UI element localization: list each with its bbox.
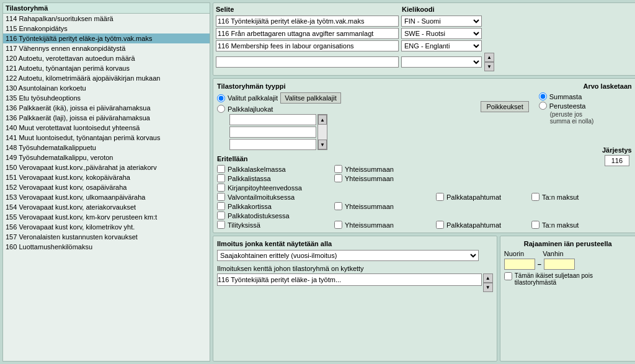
suljetaan-checkbox[interactable]	[504, 272, 512, 280]
vanhin-label: Vanhin	[543, 250, 563, 257]
radio-summasta[interactable]	[539, 92, 547, 100]
bottom-section: Ilmoitus jonka kentät näytetään alla Saa…	[213, 236, 635, 362]
raja-dash: –	[538, 260, 541, 268]
check-palkkatapahtumat-2: Palkkatapahtumat	[436, 221, 529, 229]
cb-tilityksissä[interactable]	[217, 221, 225, 229]
tilastoryhma-list[interactable]: 114 Rahapalkan/suorituksen määrä115 Enna…	[3, 14, 210, 361]
selite-row: ENG - Englanti	[216, 40, 633, 51]
cb-palkkatapahtumat-1[interactable]	[436, 193, 444, 201]
jarjestys-input[interactable]	[605, 155, 629, 166]
list-item[interactable]: 156 Verovapaat kust korv, kilometrikov y…	[3, 222, 210, 232]
list-item[interactable]: 141 Muut luontoisedut, työnantajan perim…	[3, 133, 210, 143]
kentta-scroll-up[interactable]: ▲	[484, 274, 492, 283]
scroll-up-btn[interactable]: ▲	[318, 115, 327, 125]
scroll-down-btn[interactable]: ▼	[318, 140, 327, 149]
selite-header: Selite	[216, 6, 402, 13]
tyyppi-group: Tilastoryhmän tyyppi Valitut palkkalajit…	[217, 82, 476, 150]
selite-input[interactable]	[216, 28, 399, 39]
cb-tan-maksut-2[interactable]	[531, 221, 540, 229]
cb-yhteissummaan-3[interactable]	[334, 202, 342, 210]
list-item[interactable]: 130 Asuntolainan korkoetu	[3, 83, 210, 93]
list-item[interactable]: 136 Palkkaerät (ikä), joissa ei päivärah…	[3, 103, 210, 113]
ilmoitus-select[interactable]: Saajakohtainen erittely (vuosi-ilmoitus)	[217, 250, 479, 261]
middle-section: Tilastoryhmän tyyppi Valitut palkkalajit…	[213, 78, 635, 233]
cb-palkkakortissa[interactable]	[217, 202, 225, 210]
cb-valvonta[interactable]	[217, 193, 225, 201]
list-item[interactable]: 149 Työsuhdematalkalippu, veroton	[3, 153, 210, 162]
list-item[interactable]: 116 Työntekijältä perityt eläke-ja työtm…	[3, 33, 210, 43]
ilmoitus-panel: Ilmoitus jonka kentät näytetään alla Saa…	[213, 236, 497, 362]
check-kirjanpito: Kirjanpitoyhteenvedossa	[217, 184, 332, 192]
ilmoitus-header: Ilmoitus jonka kentät näytetään alla	[217, 240, 493, 247]
list-item[interactable]: 114 Rahapalkan/suorituksen määrä	[3, 14, 210, 24]
btn-valitse-palkkalajit[interactable]: Valitse palkkalajit	[280, 92, 341, 104]
list-item[interactable]: 151 Verovapaat kust.korv, kokopäiväraha	[3, 172, 210, 182]
cb-palkkatodistus[interactable]	[217, 211, 225, 220]
list-item[interactable]: 121 Autoetu, työnantajan perimä korvaus	[3, 63, 210, 73]
radio-palkkalaji[interactable]	[217, 105, 225, 113]
selite-input-empty[interactable]	[216, 56, 399, 68]
radio-summasta-row: Summasta	[539, 92, 632, 100]
list-item[interactable]: 135 Etu työsuhdeoptions	[3, 93, 210, 103]
list-item[interactable]: 117 Vähennys ennen ennakonpidätystä	[3, 43, 210, 53]
cb-palkkalaskelmassa[interactable]	[217, 165, 225, 173]
list-item[interactable]: 153 Verovapaat kust.korv, ulkomaanpäivär…	[3, 192, 210, 202]
radio-palkkalaji-label: Palkkalajluokat	[228, 105, 273, 113]
peruste-note: (peruste jossumma ei nolla)	[550, 111, 632, 125]
kielikoodi-select[interactable]: ENG - Englanti	[401, 40, 482, 51]
radio-perusteesta[interactable]	[539, 102, 547, 110]
cb-yhteissummaan-1[interactable]	[334, 165, 342, 173]
selite-input[interactable]	[216, 40, 399, 51]
list-item[interactable]: 148 Työsuhdematalkalippuetu	[3, 143, 210, 153]
btn-poikkeukset[interactable]: Poikkeukset	[481, 101, 528, 112]
list-item[interactable]: 160 Luottamushenkilömaksu	[3, 242, 210, 252]
kielikoodi-scroll-up[interactable]: ▲	[485, 53, 494, 62]
palkkalaji-selects: ▲ ▼	[229, 114, 476, 150]
list-item[interactable]: 150 Verovapaat kust.korv.,päivärahat ja …	[3, 162, 210, 172]
list-item[interactable]: 157 Veronalaisten kustannusten korvaukse…	[3, 232, 210, 242]
left-panel: Tilastoryhmä 114 Rahapalkan/suorituksen …	[2, 2, 210, 362]
radio-row-valittu: Valitut palkkalajit Valitse palkkalajit	[217, 92, 476, 104]
radio-summasta-label: Summasta	[549, 93, 582, 100]
kielikoodi-header: Kielikoodi	[402, 6, 435, 13]
nuorin-input[interactable]	[504, 259, 535, 270]
cb-palkkalistassa[interactable]	[217, 174, 225, 182]
cb-kirjanpito[interactable]	[217, 184, 225, 192]
list-item[interactable]: 154 Verovapaat kust.korv, ateriakorvauks…	[3, 202, 210, 212]
arvo-header: Arvo lasketaan	[539, 82, 632, 90]
cb-yhteissummaan-2[interactable]	[334, 174, 342, 182]
check-palkkalistassa: Palkkalistassa	[217, 174, 332, 182]
list-item[interactable]: 122 Autoetu, kilometrimäärä ajopäiväkirj…	[3, 73, 210, 83]
check-tan-maksut-1: Ta:n maksut	[531, 193, 600, 201]
tyyppi-header: Tilastoryhmän tyyppi	[217, 82, 476, 90]
selite-input[interactable]	[216, 16, 399, 27]
cb-palkkatapahtumat-2[interactable]	[436, 221, 444, 229]
list-item[interactable]: 140 Muut verotettavat luontoisedut yhtee…	[3, 123, 210, 133]
cb-yhteissummaan-4[interactable]	[334, 221, 342, 229]
list-item[interactable]: 136 Palkkaerät (laji), joissa ei päivära…	[3, 113, 210, 123]
cb-tan-maksut-1[interactable]	[531, 193, 540, 201]
list-item[interactable]: 155 Verovapaat kust.korv, km-korv perust…	[3, 212, 210, 222]
list-item[interactable]: 120 Autoetu, verotettavan autoedun määrä	[3, 53, 210, 63]
kielikoodi-scroll[interactable]: ▲ ▼	[484, 53, 494, 71]
kielikoodi-scroll-down[interactable]: ▼	[485, 62, 494, 71]
kielikoodi-select[interactable]: FIN - Suomi	[401, 16, 482, 27]
eritellaan-title: Eritellään	[217, 155, 632, 162]
kielikoodi-select-empty[interactable]	[401, 56, 482, 68]
radio-valittu[interactable]	[217, 94, 225, 102]
selite-section: Selite Kielikoodi FIN - Suomi SWE - Ruot…	[213, 2, 635, 76]
palkkalaji-scroll[interactable]: ▲ ▼	[318, 114, 327, 150]
palkkalaji-input-1[interactable]	[229, 114, 316, 125]
kielikoodi-select[interactable]: SWE - Ruotsi	[401, 28, 482, 39]
radio-row-palkkalaji: Palkkalajluokat	[217, 105, 476, 113]
kentta-scroll[interactable]: ▲ ▼	[483, 273, 493, 292]
palkkalaji-input-2[interactable]	[229, 127, 316, 138]
list-item[interactable]: 152 Verovapaat kust korv, osapäiväraha	[3, 182, 210, 192]
check-yhteissummaan-2: Yhteissummaan	[334, 174, 433, 182]
kentta-input[interactable]	[217, 273, 482, 286]
palkkalaji-input-3[interactable]	[229, 139, 316, 150]
rajaaminen-header: Rajaaminen iän perusteella	[504, 240, 632, 247]
list-item[interactable]: 115 Ennakonpidätys	[3, 24, 210, 33]
vanhin-input[interactable]	[544, 259, 575, 270]
kentta-scroll-down[interactable]: ▼	[484, 283, 492, 291]
